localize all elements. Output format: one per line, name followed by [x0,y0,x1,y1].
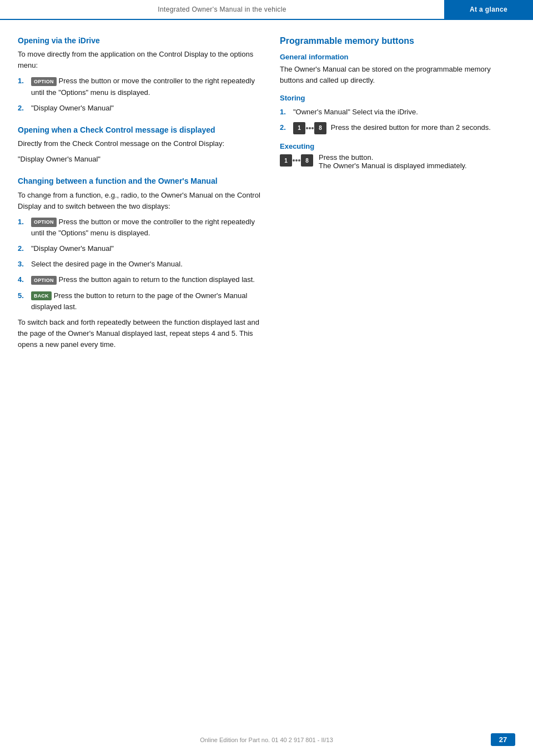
section-changing-function: Changing between a function and the Owne… [18,176,262,350]
section-opening-idrive-title: Opening via the iDrive [18,36,262,46]
changing-step-5: 5. BACKPress the button to return to the… [18,290,262,313]
storing-step-1: 1. "Owner's Manual" Select via the iDriv… [280,107,502,118]
section-check-control: Opening when a Check Control message is … [18,125,262,165]
executing-title: Executing [280,142,502,150]
executing-text: Press the button. The Owner's Manual is … [319,153,502,170]
section-changing-title: Changing between a function and the Owne… [18,176,262,186]
changing-steps: 1. OPTIONPress the button or move the co… [18,216,262,313]
mem-btn-8: 8 [314,122,326,134]
changing-step-4: 4. OPTIONPress the button again to retur… [18,274,262,285]
page-number: 27 [491,733,515,746]
opening-idrive-step-1: 1. OPTIONPress the button or move the co… [18,75,262,98]
opening-idrive-step-2: 2. "Display Owner's Manual" [18,103,262,114]
step-num-1: 1. [18,75,29,87]
changing-step-1-content: OPTIONPress the button or move the contr… [31,216,262,239]
right-column: Programmable memory buttons General info… [280,36,502,355]
executing-result-text: The Owner's Manual is displayed immediat… [319,162,467,170]
storing-step-2: 2. 1 8 Press the desired button for more… [280,122,502,134]
back-icon: BACK [31,291,52,301]
changing-step-1: 1. OPTIONPress the button or move the co… [18,216,262,239]
storing-step-1-content: "Owner's Manual" Select via the iDrive. [293,107,502,118]
section-programmable-buttons: Programmable memory buttons General info… [280,36,502,170]
subsection-executing: Executing 1 8 Press the button. The Owne… [280,142,502,170]
memory-buttons-icon: 1 8 [293,122,326,134]
storing-steps: 1. "Owner's Manual" Select via the iDriv… [280,107,502,134]
footer-right: 27 [349,733,515,746]
executing-mem-icon: 1 8 [280,154,313,167]
step-1-content: OPTIONPress the button or move the contr… [31,75,262,98]
changing-step-5-content: BACKPress the button to return to the pa… [31,290,262,313]
subsection-storing: Storing 1. "Owner's Manual" Select via t… [280,94,502,134]
footer-center-text: Online Edition for Part no. 01 40 2 917 … [184,737,350,743]
header-section-label: At a glance [470,6,507,13]
section-changing-intro: To change from a function, e.g., radio, … [18,190,262,212]
step-2-content: "Display Owner's Manual" [31,103,262,114]
programmable-buttons-title: Programmable memory buttons [280,36,502,47]
storing-step-2-content: 1 8 Press the desired button for more th… [293,122,502,134]
storing-step-num-1: 1. [280,107,291,118]
section-check-control-quote: "Display Owner's Manual" [18,154,262,165]
changing-step-3-content: Select the desired page in the Owner's M… [31,259,262,270]
main-content: Opening via the iDrive To move directly … [0,20,533,355]
changing-step-num-4: 4. [18,274,29,285]
page-footer: Online Edition for Part no. 01 40 2 917 … [0,733,533,746]
changing-step-2-content: "Display Owner's Manual" [31,243,262,254]
option-icon-1: OPTION [31,77,57,87]
changing-step-3: 3. Select the desired page in the Owner'… [18,259,262,270]
mem-btn-1: 1 [293,122,305,134]
changing-step-2: 2. "Display Owner's Manual" [18,243,262,254]
changing-step-num-2: 2. [18,243,29,254]
page-header: Integrated Owner's Manual in the vehicle… [0,0,533,20]
executing-press-text: Press the button. [319,153,373,162]
exec-mem-btn-8: 8 [301,154,313,167]
section-check-control-title: Opening when a Check Control message is … [18,125,262,135]
section-opening-idrive-intro: To move directly from the application on… [18,49,262,71]
option-icon-2: OPTION [31,218,57,227]
exec-mem-btn-1: 1 [280,154,292,167]
general-info-title: General information [280,53,502,61]
opening-idrive-steps: 1. OPTIONPress the button or move the co… [18,75,262,113]
changing-step-num-3: 3. [18,259,29,270]
header-manual-title: Integrated Owner's Manual in the vehicle [158,6,286,13]
changing-step-4-content: OPTIONPress the button again to return t… [31,274,262,285]
step-num-2: 2. [18,103,29,114]
option-icon-3: OPTION [31,276,57,285]
section-opening-idrive: Opening via the iDrive To move directly … [18,36,262,114]
subsection-general-info: General information The Owner's Manual c… [280,53,502,86]
changing-step-num-5: 5. [18,290,29,301]
changing-step-num-1: 1. [18,216,29,228]
header-left-text: Integrated Owner's Manual in the vehicle [0,0,444,19]
changing-closing-text: To switch back and forth repeatedly betw… [18,317,262,350]
general-info-text: The Owner's Manual can be stored on the … [280,64,502,86]
storing-title: Storing [280,94,502,102]
left-column: Opening via the iDrive To move directly … [18,36,262,355]
storing-step-num-2: 2. [280,122,291,133]
header-right-text: At a glance [444,0,533,19]
section-check-control-intro: Directly from the Check Control message … [18,138,262,149]
executing-row: 1 8 Press the button. The Owner's Manual… [280,153,502,170]
